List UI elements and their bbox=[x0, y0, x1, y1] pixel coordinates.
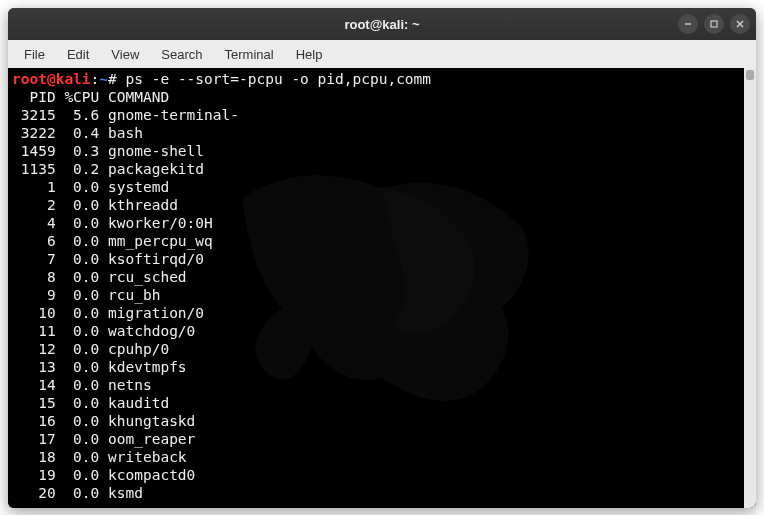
prompt-user: root@kali bbox=[12, 71, 91, 87]
close-icon bbox=[735, 19, 745, 29]
process-row: 11 0.0 watchdog/0 bbox=[12, 322, 752, 340]
process-row: 1 0.0 systemd bbox=[12, 178, 752, 196]
process-row: 10 0.0 migration/0 bbox=[12, 304, 752, 322]
menu-edit[interactable]: Edit bbox=[57, 45, 99, 64]
output-rows: 3215 5.6 gnome-terminal- 3222 0.4 bash 1… bbox=[12, 106, 752, 502]
prompt-path: ~ bbox=[99, 71, 108, 87]
terminal-content: root@kali:~# ps -e --sort=-pcpu -o pid,p… bbox=[12, 70, 752, 502]
menu-search[interactable]: Search bbox=[151, 45, 212, 64]
window-controls bbox=[678, 14, 750, 34]
minimize-button[interactable] bbox=[678, 14, 698, 34]
prompt-colon: : bbox=[91, 71, 100, 87]
window-title: root@kali: ~ bbox=[344, 17, 419, 32]
command-text: ps -e --sort=-pcpu -o pid,pcpu,comm bbox=[126, 71, 432, 87]
process-row: 4 0.0 kworker/0:0H bbox=[12, 214, 752, 232]
output-header: PID %CPU COMMAND bbox=[12, 88, 752, 106]
menu-file[interactable]: File bbox=[14, 45, 55, 64]
process-row: 18 0.0 writeback bbox=[12, 448, 752, 466]
prompt-line: root@kali:~# ps -e --sort=-pcpu -o pid,p… bbox=[12, 70, 752, 88]
maximize-icon bbox=[709, 19, 719, 29]
prompt-hash: # bbox=[108, 71, 117, 87]
menubar: File Edit View Search Terminal Help bbox=[8, 40, 756, 68]
terminal-body[interactable]: root@kali:~# ps -e --sort=-pcpu -o pid,p… bbox=[8, 68, 756, 508]
svg-rect-1 bbox=[711, 21, 717, 27]
process-row: 3215 5.6 gnome-terminal- bbox=[12, 106, 752, 124]
process-row: 20 0.0 ksmd bbox=[12, 484, 752, 502]
menu-view[interactable]: View bbox=[101, 45, 149, 64]
process-row: 13 0.0 kdevtmpfs bbox=[12, 358, 752, 376]
process-row: 14 0.0 netns bbox=[12, 376, 752, 394]
minimize-icon bbox=[683, 19, 693, 29]
process-row: 1135 0.2 packagekitd bbox=[12, 160, 752, 178]
process-row: 12 0.0 cpuhp/0 bbox=[12, 340, 752, 358]
process-row: 16 0.0 khungtaskd bbox=[12, 412, 752, 430]
close-button[interactable] bbox=[730, 14, 750, 34]
process-row: 7 0.0 ksoftirqd/0 bbox=[12, 250, 752, 268]
terminal-window: root@kali: ~ File Edit View Search Termi… bbox=[8, 8, 756, 508]
process-row: 3222 0.4 bash bbox=[12, 124, 752, 142]
process-row: 1459 0.3 gnome-shell bbox=[12, 142, 752, 160]
maximize-button[interactable] bbox=[704, 14, 724, 34]
process-row: 15 0.0 kauditd bbox=[12, 394, 752, 412]
process-row: 9 0.0 rcu_bh bbox=[12, 286, 752, 304]
process-row: 17 0.0 oom_reaper bbox=[12, 430, 752, 448]
process-row: 6 0.0 mm_percpu_wq bbox=[12, 232, 752, 250]
titlebar[interactable]: root@kali: ~ bbox=[8, 8, 756, 40]
process-row: 8 0.0 rcu_sched bbox=[12, 268, 752, 286]
process-row: 2 0.0 kthreadd bbox=[12, 196, 752, 214]
process-row: 19 0.0 kcompactd0 bbox=[12, 466, 752, 484]
menu-terminal[interactable]: Terminal bbox=[215, 45, 284, 64]
menu-help[interactable]: Help bbox=[286, 45, 333, 64]
